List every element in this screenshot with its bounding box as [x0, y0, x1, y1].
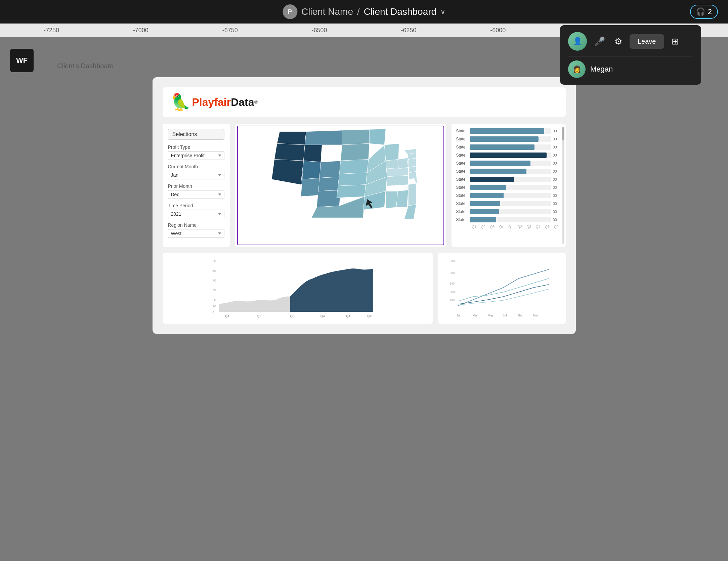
region-label: Region Name [168, 222, 224, 228]
current-month-select[interactable]: Jan [168, 171, 224, 179]
svg-text:30: 30 [212, 288, 216, 292]
bar-row-3: State 00 [456, 144, 561, 150]
bar-track [470, 209, 551, 214]
profit-type-label: Profit Type [168, 144, 224, 150]
ruler-tick: -6250 [401, 27, 416, 34]
filter-panel: Selections Profit Type Enterprise Profit… [163, 124, 230, 247]
user-name: Megan [590, 65, 613, 74]
axis-q3b: Q3 [527, 225, 531, 229]
svg-marker-30 [408, 183, 416, 206]
mic-button[interactable]: 🎤 [592, 34, 607, 49]
bar-label: State [456, 209, 468, 214]
svg-marker-35 [408, 158, 416, 168]
leave-button[interactable]: Leave [630, 34, 664, 49]
svg-marker-5 [305, 130, 343, 145]
wf-badge: WF [10, 49, 34, 72]
svg-marker-27 [387, 167, 408, 177]
ruler-tick: -6500 [312, 27, 327, 34]
bar-track [470, 169, 551, 174]
profit-type-select[interactable]: Enterprise Profit [168, 151, 224, 160]
bar-track [470, 217, 551, 222]
bar-fill [470, 209, 499, 214]
bar-fill [470, 193, 504, 198]
line-chart-container: 800 500 300 200 100 0 Jan Mar May Jul [438, 253, 566, 324]
chevron-down-icon[interactable]: ∨ [440, 8, 445, 16]
bar-label: State [456, 169, 468, 174]
svg-text:10: 10 [212, 304, 216, 308]
time-period-group: Time Period 2021 [168, 203, 224, 218]
bar-fill [470, 217, 497, 222]
axis-q3: Q3 [490, 225, 495, 229]
bar-fill [470, 201, 501, 206]
dashboard-card: 🦜 Playfair Data ® Selections Profit Type… [153, 77, 576, 334]
bar-track [470, 153, 551, 158]
session-count: 2 [708, 7, 712, 16]
bar-label: State [456, 201, 468, 206]
bottom-row: 60 50 40 30 20 10 0 Q1 Q2 Q3 Q4 Q [163, 253, 566, 324]
svg-marker-22 [384, 143, 399, 161]
svg-marker-17 [369, 129, 386, 145]
client-name: Client Name [301, 6, 353, 17]
svg-text:Sep: Sep [518, 314, 523, 317]
us-map-svg [235, 124, 446, 224]
svg-text:Mar: Mar [472, 314, 478, 317]
region-select[interactable]: West [168, 229, 224, 238]
svg-marker-4 [303, 143, 322, 162]
prior-month-group: Prior Month Dec [168, 183, 224, 199]
axis-q4: Q4 [499, 225, 504, 229]
top-bar: P Client Name / Client Dashboard ∨ 🎧 2 [0, 0, 728, 24]
svg-marker-10 [316, 190, 340, 207]
bar-axis: Q1 Q2 Q3 Q4 Q1 Q2 Q3 Q4 Q1 Q2 [456, 225, 561, 229]
svg-text:Q2: Q2 [257, 314, 261, 318]
bar-track [470, 193, 551, 198]
settings-button[interactable]: ⚙ [612, 34, 624, 49]
axis-q2b: Q2 [517, 225, 522, 229]
bar-fill [470, 169, 526, 174]
ruler-tick: -7000 [133, 27, 148, 34]
bar-label: State [456, 137, 468, 141]
svg-marker-25 [396, 190, 408, 207]
scrollbar[interactable] [562, 127, 564, 244]
bar-row-1: State 00 [456, 128, 561, 134]
logo-reg: ® [254, 99, 257, 105]
bar-fill [470, 144, 535, 150]
svg-marker-13 [339, 160, 369, 174]
svg-text:300: 300 [449, 282, 455, 285]
bar-label: State [456, 161, 468, 166]
area-chart-container: 60 50 40 30 20 10 0 Q1 Q2 Q3 Q4 Q [163, 253, 433, 324]
svg-marker-15 [337, 185, 366, 198]
axis-q2: Q2 [481, 225, 485, 229]
profit-type-group: Profit Type Enterprise Profit [168, 144, 224, 160]
axis-q1b: Q1 [508, 225, 513, 229]
svg-marker-28 [397, 158, 408, 169]
session-badge[interactable]: 🎧 2 [690, 5, 718, 19]
svg-marker-12 [341, 143, 369, 161]
bar-row-9: State 00 [456, 193, 561, 198]
bar-value: 00 [553, 145, 561, 149]
time-period-select[interactable]: 2021 [168, 210, 224, 218]
prior-month-select[interactable]: Dec [168, 190, 224, 199]
logo-text-playfair: Playfair [192, 96, 231, 109]
bar-label: State [456, 193, 468, 198]
bar-chart-container: State 00 State 00 State [452, 124, 566, 247]
breadcrumb: P Client Name / Client Dashboard ∨ [283, 4, 445, 19]
bar-fill [470, 161, 531, 166]
popup-user-row: 👩 Megan [568, 56, 693, 78]
bar-fill [470, 128, 545, 134]
ruler-tick: -6000 [490, 27, 506, 34]
svg-text:50: 50 [212, 269, 216, 272]
svg-text:0: 0 [449, 308, 451, 312]
svg-text:40: 40 [212, 278, 216, 282]
selections-button[interactable]: Selections [168, 129, 224, 140]
dashboard-label: Client's Dashboard [57, 62, 114, 70]
bar-track [470, 201, 551, 206]
bar-row-10: State 00 [456, 201, 561, 206]
svg-text:500: 500 [449, 271, 455, 275]
region-group: Region Name West [168, 222, 224, 238]
logo-text-data: Data [231, 96, 254, 109]
bar-value: 00 [553, 137, 561, 141]
svg-text:May: May [487, 314, 494, 317]
screen-share-button[interactable]: ⊞ [670, 34, 681, 49]
bar-track [470, 128, 551, 134]
svg-text:Q3: Q3 [290, 314, 295, 318]
